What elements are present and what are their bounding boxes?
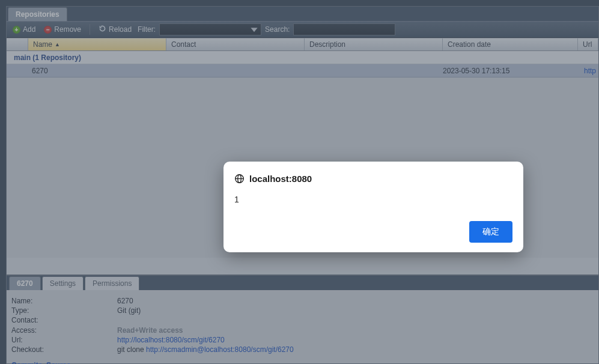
column-url[interactable]: Url <box>578 38 598 50</box>
dialog-message: 1 <box>234 195 512 204</box>
link-source[interactable]: Source <box>46 361 71 364</box>
value-access: Read+Write access <box>117 326 183 335</box>
detail-links: Commits, Source <box>11 360 594 364</box>
link-separator: , <box>42 361 46 364</box>
toolbar: + Add − Remove Reload Filter: Search: <box>7 21 598 38</box>
value-checkout: git clone http://scmadmin@localhost:8080… <box>117 345 294 354</box>
detail-tab-permissions[interactable]: Permissions <box>85 276 139 290</box>
grid-header: Name ▲ Contact Description Creation date… <box>7 38 598 51</box>
remove-label: Remove <box>54 25 81 34</box>
value-name: 6270 <box>117 296 133 306</box>
add-icon: + <box>13 26 20 34</box>
label-access: Access: <box>11 326 117 335</box>
add-label: Add <box>23 25 35 34</box>
cell-name: 6270 <box>7 67 166 75</box>
value-type: Git (git) <box>117 306 141 315</box>
checkout-url[interactable]: http://scmadmin@localhost:8080/scm/git/6… <box>146 345 294 354</box>
column-name-label: Name <box>33 40 52 49</box>
checkout-prefix: git clone <box>117 345 146 354</box>
detail-tab-settings[interactable]: Settings <box>42 276 84 290</box>
detail-body: Name:6270 Type:Git (git) Contact: Access… <box>7 290 598 364</box>
column-contact[interactable]: Contact <box>166 38 305 50</box>
label-contact: Contact: <box>11 315 117 325</box>
value-url[interactable]: http://localhost:8080/scm/git/6270 <box>117 335 225 345</box>
link-commits[interactable]: Commits <box>11 361 42 364</box>
table-row[interactable]: 6270 2023-05-30 17:13:15 http <box>7 64 598 77</box>
label-checkout: Checkout: <box>11 345 117 354</box>
reload-label: Reload <box>109 25 132 34</box>
detail-tab-strip: 6270 Settings Permissions <box>7 276 598 290</box>
label-type: Type: <box>11 306 117 315</box>
label-name: Name: <box>11 296 117 306</box>
add-button[interactable]: + Add <box>10 24 38 35</box>
ok-button[interactable]: 确定 <box>469 221 512 243</box>
sort-asc-icon: ▲ <box>55 41 60 47</box>
dialog-footer: 确定 <box>234 221 512 243</box>
dialog-host: localhost:8080 <box>249 174 312 184</box>
tab-repositories[interactable]: Repositories <box>8 7 67 21</box>
filter-combo[interactable] <box>159 23 261 35</box>
alert-dialog: localhost:8080 1 确定 <box>223 162 523 252</box>
group-row[interactable]: main (1 Repository) <box>7 51 598 64</box>
column-expander[interactable] <box>7 38 28 50</box>
label-url: Url: <box>11 335 117 345</box>
reload-icon <box>99 25 106 34</box>
toolbar-separator <box>90 24 90 35</box>
cell-creation-date: 2023-05-30 17:13:15 <box>443 67 578 75</box>
cell-url[interactable]: http <box>578 67 598 75</box>
main-tab-strip: Repositories <box>7 7 598 21</box>
reload-button[interactable]: Reload <box>96 23 134 35</box>
detail-panel: 6270 Settings Permissions Name:6270 Type… <box>7 275 598 363</box>
remove-button[interactable]: − Remove <box>41 24 84 35</box>
dialog-header: localhost:8080 <box>234 174 512 184</box>
remove-icon: − <box>44 26 52 34</box>
filter-label: Filter: <box>138 25 156 34</box>
column-name[interactable]: Name ▲ <box>28 38 166 50</box>
app-root: Repositories + Add − Remove Reload Filte… <box>0 0 599 364</box>
column-description[interactable]: Description <box>305 38 443 50</box>
search-input[interactable] <box>293 23 395 35</box>
column-creation-date[interactable]: Creation date <box>443 38 578 50</box>
chevron-down-icon <box>250 25 258 34</box>
detail-tab-id[interactable]: 6270 <box>9 276 41 290</box>
globe-icon <box>234 174 245 184</box>
search-label: Search: <box>265 25 290 34</box>
